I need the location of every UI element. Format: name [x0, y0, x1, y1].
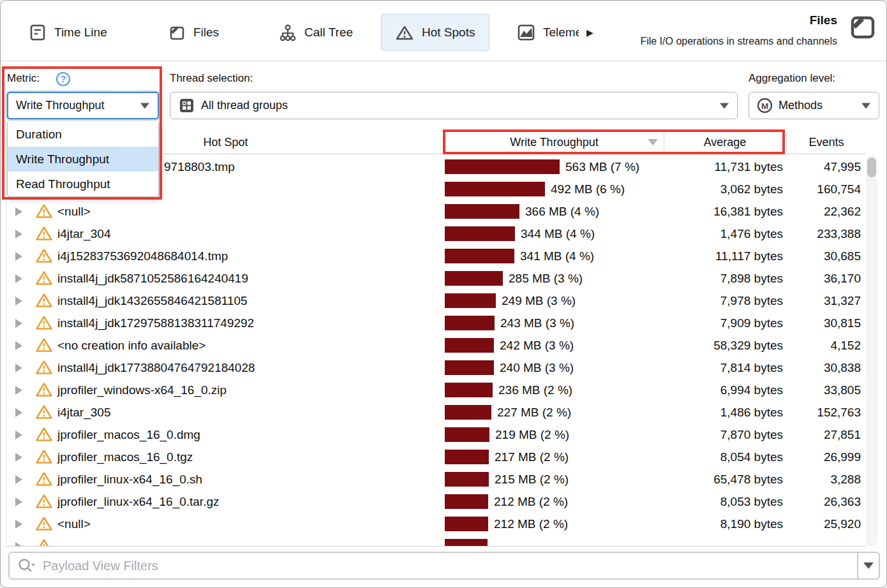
expand-arrow-icon[interactable] — [15, 520, 22, 529]
hot-spots-icon — [396, 25, 414, 41]
table-row[interactable]: jprofiler_linux-x64_16_0.sh 215 MB (2 %)… — [6, 468, 866, 490]
expand-arrow-icon[interactable] — [15, 230, 22, 239]
table-row[interactable] — [6, 535, 866, 547]
call-tree-icon — [280, 24, 296, 41]
expand-arrow-icon[interactable] — [15, 497, 22, 506]
tab-label: Call Tree — [304, 26, 353, 40]
thread-selection-select[interactable]: All thread groups — [170, 92, 738, 119]
warning-icon — [36, 337, 52, 353]
warning-icon — [36, 270, 52, 286]
tab-telemetries[interactable]: Teleme — [518, 14, 579, 51]
expand-arrow-icon[interactable] — [15, 453, 22, 462]
events-value: 30,815 — [824, 312, 861, 334]
thread-selection-value: All thread groups — [201, 99, 288, 112]
throughput-bar — [445, 182, 545, 196]
table-row[interactable]: jprofiler_macos_16_0.dmg 219 MB (2 %) 7,… — [6, 423, 866, 446]
average-value: 8,054 bytes — [720, 446, 783, 468]
table-row[interactable]: install4j_jdk5871052586164240419 285 MB … — [6, 267, 866, 290]
throughput-bar — [445, 271, 503, 286]
hot-spot-name: jprofiler_windows-x64_16_0.zip — [57, 379, 227, 401]
table-row[interactable]: <no creation info available> 242 MB (3 %… — [6, 334, 866, 356]
tab-label: Teleme — [543, 26, 579, 40]
throughput-value: 242 MB (3 %) — [500, 334, 574, 356]
vertical-scrollbar[interactable] — [866, 156, 877, 547]
throughput-bar — [445, 383, 493, 397]
throughput-value: 240 MB (3 %) — [500, 356, 574, 379]
warning-icon — [36, 293, 52, 308]
tab-files[interactable]: Files — [168, 14, 219, 51]
column-header-average[interactable]: Average — [664, 130, 786, 154]
files-icon — [168, 24, 185, 41]
metric-option-duration[interactable]: Duration — [8, 122, 158, 147]
events-value: 22,362 — [824, 200, 861, 223]
help-icon[interactable]: ? — [56, 71, 71, 87]
warning-icon — [36, 248, 52, 263]
events-value: 233,388 — [817, 223, 861, 245]
expand-arrow-icon[interactable] — [15, 252, 22, 261]
events-value: 31,327 — [824, 290, 861, 312]
warning-icon — [36, 427, 52, 442]
expand-arrow-icon[interactable] — [15, 475, 22, 484]
thread-selection-label: Thread selection: — [170, 72, 253, 85]
table-row[interactable]: jprofiler_linux-x64_16_0.tar.gz 212 MB (… — [6, 490, 866, 513]
expand-arrow-icon[interactable] — [15, 274, 22, 283]
tab-call-tree[interactable]: Call Tree — [280, 14, 353, 51]
table-row[interactable]: install4j_jdk1432655846421581105 249 MB … — [6, 290, 866, 312]
scrollbar-thumb[interactable] — [867, 158, 876, 177]
payload-filter-input[interactable]: Payload View Filters — [8, 552, 880, 580]
table-row[interactable]: <null> 366 MB (4 %) 16,381 bytes 22,362 — [6, 200, 866, 223]
table-row[interactable]: i4jtar_304 344 MB (4 %) 1,476 bytes 233,… — [6, 223, 866, 245]
expand-arrow-icon[interactable] — [15, 364, 22, 372]
throughput-bar — [445, 494, 488, 509]
expand-arrow-icon[interactable] — [15, 408, 22, 417]
throughput-value: 563 MB (7 %) — [565, 156, 639, 178]
hot-spot-name: jprofiler_macos_16_0.dmg — [57, 423, 200, 446]
throughput-value: 217 MB (2 %) — [495, 446, 569, 468]
metric-option-write-throughput[interactable]: Write Throughput — [8, 147, 158, 172]
table-row[interactable]: jprofiler_windows-x64_16_0.zip 236 MB (2… — [6, 379, 866, 401]
throughput-bar — [445, 405, 491, 420]
expand-arrow-icon[interactable] — [15, 207, 22, 216]
expand-arrow-icon[interactable] — [15, 297, 22, 305]
events-value: 25,920 — [824, 513, 861, 535]
expand-arrow-icon[interactable] — [15, 341, 22, 350]
filter-dropdown-button[interactable] — [857, 553, 879, 578]
throughput-bar — [445, 316, 495, 330]
events-value: 47,995 — [824, 156, 861, 178]
table-row[interactable]: i4j15283753692048684014.tmp 341 MB (4 %)… — [6, 245, 866, 267]
chevron-down-icon — [720, 103, 729, 108]
table-row[interactable]: jprofiler_macos_16_0.tgz 217 MB (2 %) 8,… — [6, 446, 866, 468]
table-row[interactable]: <null> 212 MB (2 %) 8,190 bytes 25,920 — [6, 513, 866, 535]
methods-icon: M — [757, 98, 773, 114]
metric-select[interactable]: Write Throughput — [7, 92, 159, 119]
table-row[interactable]: install4j_jdk17738804764792184028 240 MB… — [6, 356, 866, 379]
column-header-events[interactable]: Events — [786, 130, 867, 154]
warning-icon — [36, 203, 52, 219]
expand-arrow-icon[interactable] — [15, 319, 22, 328]
table-row[interactable]: install4j_jdk17297588138311749292 243 MB… — [6, 312, 866, 334]
throughput-bar — [445, 450, 489, 464]
tab-overflow-arrow-icon[interactable]: ▶ — [586, 27, 593, 38]
throughput-bar — [445, 293, 496, 308]
tab-hot-spots[interactable]: Hot Spots — [381, 14, 489, 51]
table-body: 9718803.tmp 563 MB (7 %) 11,731 bytes 47… — [6, 156, 866, 547]
throughput-value: 344 MB (4 %) — [521, 223, 595, 245]
chevron-down-icon — [861, 103, 870, 108]
throughput-value: 236 MB (2 %) — [498, 379, 572, 401]
average-value: 8,053 bytes — [720, 490, 783, 513]
metric-option-read-throughput[interactable]: Read Throughput — [8, 172, 158, 196]
hot-spot-name: i4jtar_304 — [57, 223, 110, 245]
throughput-bar — [445, 539, 488, 547]
average-value: 7,898 bytes — [720, 267, 783, 290]
tab-time-line[interactable]: Time Line — [29, 14, 107, 51]
expand-arrow-icon[interactable] — [15, 430, 22, 439]
expand-arrow-icon[interactable] — [15, 542, 22, 547]
aggregation-level-select[interactable]: M Methods — [749, 92, 879, 119]
events-value: 4,152 — [830, 334, 861, 356]
hot-spot-name: i4j15283753692048684014.tmp — [57, 245, 228, 267]
column-header-write-throughput[interactable]: Write Throughput — [445, 130, 664, 154]
table-row[interactable]: i4jtar_305 227 MB (2 %) 1,486 bytes 152,… — [6, 401, 866, 423]
expand-arrow-icon[interactable] — [15, 386, 22, 395]
files-view-icon — [847, 13, 876, 43]
tab-label: Time Line — [54, 26, 107, 40]
